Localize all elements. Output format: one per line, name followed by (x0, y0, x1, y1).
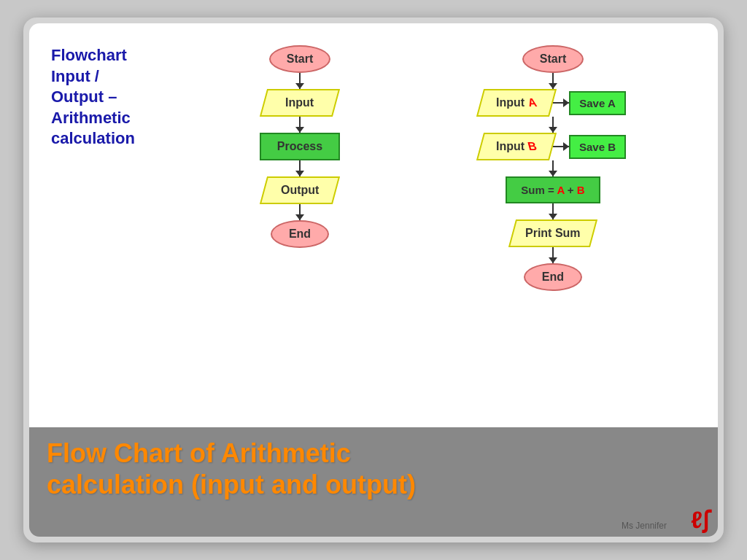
arrow-1 (299, 73, 301, 89)
charts-area: Start Input Process Output End Start (190, 38, 696, 413)
slide-top: Flowchart Input / Output – Arithmetic ca… (29, 23, 718, 427)
basic-input: Input (260, 89, 340, 117)
input-b-col: Input B (480, 133, 553, 160)
arith-arrow-2 (552, 117, 554, 133)
arrow-2 (299, 117, 301, 133)
title-output: Output – (51, 87, 175, 108)
arrow-3 (299, 160, 301, 176)
title-flowchart: Flowchart (51, 45, 175, 66)
basic-process: Process (260, 133, 340, 160)
title-calculation: calculation (51, 128, 175, 149)
flowchart-basic: Start Input Process Output End (260, 45, 340, 248)
arrow-4 (299, 204, 301, 220)
basic-start: Start (269, 45, 330, 73)
arith-arrow-5 (552, 247, 554, 263)
title-input: Input / (51, 66, 175, 88)
arith-start: Start (522, 45, 584, 73)
slide-bottom: Flow Chart of Arithmetic calculation (in… (29, 427, 718, 537)
logo-icon: ℓʃ (691, 506, 711, 534)
bottom-title: Flow Chart of Arithmetic calculation (in… (47, 438, 700, 500)
arith-sum: Sum = A + B (506, 176, 600, 203)
save-b-box: Save B (569, 135, 626, 159)
arith-arrow-right-b (553, 146, 569, 147)
arith-arrow-1 (552, 73, 554, 89)
bottom-title-line1: Flow Chart of Arithmetic (47, 438, 700, 469)
arith-end: End (524, 263, 582, 291)
bottom-title-line2: calculation (input and output) (47, 469, 700, 500)
slide-container: Flowchart Input / Output – Arithmetic ca… (23, 18, 724, 542)
arith-input-b: Input B (476, 133, 557, 160)
flowchart-arithmetic: Start Input A Save A (480, 45, 626, 291)
basic-output: Output (260, 176, 340, 204)
title-arithmetic: Arithmetic (51, 108, 175, 129)
left-text: Flowchart Input / Output – Arithmetic ca… (51, 38, 175, 413)
arith-arrow-3 (552, 160, 554, 176)
arith-input-a: Input A (476, 89, 557, 117)
input-b-row: Input B Save B (480, 133, 626, 160)
arith-print: Print Sum (508, 219, 597, 247)
input-a-col: Input A (480, 89, 553, 117)
save-a-box: Save A (569, 91, 625, 115)
attribution: Ms Jennifer (622, 521, 667, 531)
input-a-row: Input A Save A (480, 89, 625, 117)
arith-arrow-4 (552, 203, 554, 219)
arith-arrow-right-a (553, 102, 569, 104)
basic-end: End (271, 220, 329, 248)
